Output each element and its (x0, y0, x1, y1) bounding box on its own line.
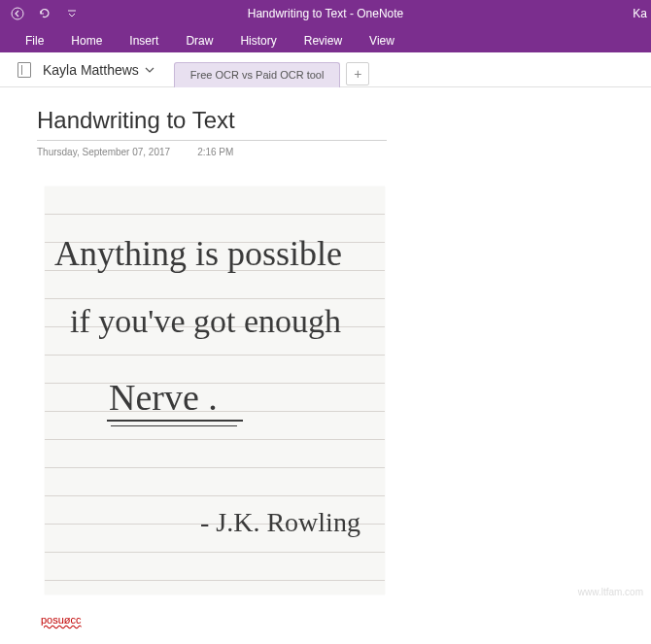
tab-file[interactable]: File (12, 29, 57, 52)
ocr-output-text[interactable]: posuøcc (41, 614, 651, 626)
underline-stroke (111, 425, 237, 426)
back-icon[interactable] (8, 4, 27, 23)
page-meta: Thursday, September 07, 2017 2:16 PM (37, 147, 651, 157)
handwriting-attribution: - J.K. Rowling (200, 507, 360, 538)
title-bar: Handwriting to Text - OneNote Ka (0, 0, 651, 27)
section-tab[interactable]: Free OCR vs Paid OCR tool (174, 62, 341, 87)
inserted-image[interactable]: Anything is possible if you've got enoug… (45, 186, 385, 594)
tab-history[interactable]: History (226, 29, 290, 52)
page-date[interactable]: Thursday, September 07, 2017 (37, 147, 170, 157)
page-title[interactable]: Handwriting to Text (37, 107, 387, 141)
ribbon-tabs: File Home Insert Draw History Review Vie… (0, 27, 651, 52)
chevron-down-icon (145, 66, 154, 74)
notebook-icon (17, 62, 31, 78)
notebook-nav-bar: Kayla Matthews Free OCR vs Paid OCR tool… (0, 52, 651, 87)
notebook-name-label: Kayla Matthews (43, 62, 139, 78)
tab-draw[interactable]: Draw (172, 29, 226, 52)
user-name-snippet[interactable]: Ka (633, 7, 651, 20)
section-tab-strip: Free OCR vs Paid OCR tool + (174, 52, 370, 86)
page-canvas[interactable]: Handwriting to Text Thursday, September … (0, 87, 651, 626)
qat-customize-icon[interactable] (62, 4, 82, 23)
watermark: www.ltfam.com (578, 587, 643, 597)
handwriting-line: Nerve . (109, 376, 218, 419)
tab-insert[interactable]: Insert (116, 29, 172, 52)
tab-home[interactable]: Home (57, 29, 116, 52)
undo-icon[interactable] (35, 4, 54, 23)
handwriting-line: if you've got enough (70, 303, 341, 340)
svg-point-0 (12, 8, 23, 19)
window-title: Handwriting to Text - OneNote (248, 7, 404, 20)
add-section-button[interactable]: + (346, 62, 369, 85)
notebook-dropdown[interactable]: Kayla Matthews (10, 58, 162, 82)
tab-review[interactable]: Review (291, 29, 356, 52)
page-time[interactable]: 2:16 PM (197, 147, 233, 157)
tab-view[interactable]: View (356, 29, 408, 52)
underline-stroke (107, 420, 243, 422)
handwriting-line: Anything is possible (54, 233, 342, 274)
